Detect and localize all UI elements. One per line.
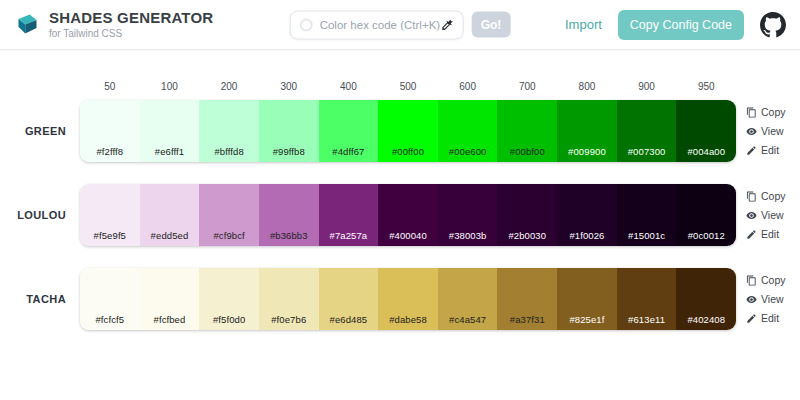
swatch-loulou-900[interactable]: #15001c (617, 184, 677, 246)
row-actions: CopyViewEdit (736, 106, 800, 157)
action-label: Copy (761, 106, 786, 119)
copy-button[interactable]: Copy (746, 106, 800, 119)
swatch-tacha-800[interactable]: #825e1f (557, 268, 617, 330)
palette-rows: GREEN #f2fff8#e6fff1#bfffd8#99ffb8#4dff6… (0, 100, 800, 330)
eyedropper-icon[interactable] (441, 18, 454, 31)
swatch-tacha-600[interactable]: #c4a547 (438, 268, 498, 330)
palette-strip: #fcfcf5#fcfbed#f5f0d0#f0e7b6#e6d485#dabe… (80, 268, 736, 330)
swatch-tacha-300[interactable]: #f0e7b6 (259, 268, 319, 330)
swatch-green-100[interactable]: #e6fff1 (140, 100, 200, 162)
column-label-300: 300 (259, 81, 319, 92)
hex-label: #edd5ed (140, 230, 200, 241)
swatch-green-700[interactable]: #00bf00 (497, 100, 557, 162)
app-logo-icon (14, 11, 41, 38)
swatch-loulou-800[interactable]: #1f0026 (557, 184, 617, 246)
hex-label: #f5e9f5 (80, 230, 140, 241)
action-label: View (761, 125, 784, 138)
copy-button[interactable]: Copy (746, 274, 800, 287)
swatch-loulou-500[interactable]: #400040 (378, 184, 438, 246)
swatch-loulou-400[interactable]: #7a257a (319, 184, 379, 246)
hex-label: #38003b (438, 230, 498, 241)
palette-row: LOULOU #f5e9f5#edd5ed#cf9bcf#b36bb3#7a25… (0, 184, 800, 246)
swatch-loulou-100[interactable]: #edd5ed (140, 184, 200, 246)
hex-label: #00ff00 (378, 146, 438, 157)
palette-name: GREEN (0, 125, 80, 137)
swatch-green-900[interactable]: #007300 (617, 100, 677, 162)
swatch-green-200[interactable]: #bfffd8 (199, 100, 259, 162)
search-box[interactable] (290, 10, 464, 39)
edit-button[interactable]: Edit (746, 228, 800, 241)
pencil-icon (746, 313, 757, 324)
swatch-loulou-700[interactable]: #2b0030 (497, 184, 557, 246)
view-button[interactable]: View (746, 293, 800, 306)
hex-label: #c4a547 (438, 314, 498, 325)
edit-button[interactable]: Edit (746, 312, 800, 325)
pencil-icon (746, 145, 757, 156)
action-label: View (761, 293, 784, 306)
swatch-green-600[interactable]: #00e600 (438, 100, 498, 162)
swatch-tacha-950[interactable]: #402408 (676, 268, 736, 330)
palette-row: TACHA #fcfcf5#fcfbed#f5f0d0#f0e7b6#e6d48… (0, 268, 800, 330)
column-label-900: 900 (617, 81, 677, 92)
hex-label: #613e11 (617, 314, 677, 325)
hex-label: #2b0030 (497, 230, 557, 241)
swatch-loulou-950[interactable]: #0c0012 (676, 184, 736, 246)
action-label: Edit (761, 144, 779, 157)
swatch-tacha-50[interactable]: #fcfcf5 (80, 268, 140, 330)
hex-label: #00e600 (438, 146, 498, 157)
hex-label: #dabe58 (378, 314, 438, 325)
swatch-green-50[interactable]: #f2fff8 (80, 100, 140, 162)
hex-label: #bfffd8 (199, 146, 259, 157)
hex-label: #f2fff8 (80, 146, 140, 157)
swatch-tacha-700[interactable]: #a37f31 (497, 268, 557, 330)
swatch-tacha-400[interactable]: #e6d485 (319, 268, 379, 330)
column-label-500: 500 (378, 81, 438, 92)
hex-label: #402408 (676, 314, 736, 325)
view-button[interactable]: View (746, 125, 800, 138)
eye-icon (746, 126, 757, 137)
palette-strip: #f2fff8#e6fff1#bfffd8#99ffb8#4dff67#00ff… (80, 100, 736, 162)
search-group: Go! (290, 10, 511, 39)
header-right: Import Copy Config Code (565, 10, 786, 40)
action-label: Edit (761, 228, 779, 241)
swatch-green-300[interactable]: #99ffb8 (259, 100, 319, 162)
swatch-green-800[interactable]: #009900 (557, 100, 617, 162)
swatch-green-500[interactable]: #00ff00 (378, 100, 438, 162)
hex-label: #fcfcf5 (80, 314, 140, 325)
import-link[interactable]: Import (565, 17, 602, 32)
app-title: SHADES GENERATOR (49, 10, 213, 27)
column-label-400: 400 (319, 81, 379, 92)
swatch-green-950[interactable]: #004a00 (676, 100, 736, 162)
action-label: Copy (761, 274, 786, 287)
github-icon[interactable] (760, 12, 786, 38)
swatch-loulou-300[interactable]: #b36bb3 (259, 184, 319, 246)
copy-config-code-button[interactable]: Copy Config Code (618, 10, 744, 40)
go-button[interactable]: Go! (472, 12, 511, 38)
hex-code-input[interactable] (320, 19, 441, 31)
hex-label: #825e1f (557, 314, 617, 325)
swatch-tacha-900[interactable]: #613e11 (617, 268, 677, 330)
swatch-loulou-50[interactable]: #f5e9f5 (80, 184, 140, 246)
swatch-tacha-200[interactable]: #f5f0d0 (199, 268, 259, 330)
swatch-tacha-500[interactable]: #dabe58 (378, 268, 438, 330)
hex-label: #cf9bcf (199, 230, 259, 241)
swatch-loulou-200[interactable]: #cf9bcf (199, 184, 259, 246)
column-label-950: 950 (676, 81, 736, 92)
copy-button[interactable]: Copy (746, 190, 800, 203)
hex-label: #009900 (557, 146, 617, 157)
swatch-loulou-600[interactable]: #38003b (438, 184, 498, 246)
row-actions: CopyViewEdit (736, 274, 800, 325)
column-headers: 50100200300400500600700800900950 (80, 81, 736, 92)
swatch-tacha-100[interactable]: #fcfbed (140, 268, 200, 330)
edit-button[interactable]: Edit (746, 144, 800, 157)
brand: SHADES GENERATOR for Tailwind CSS (14, 10, 213, 39)
view-button[interactable]: View (746, 209, 800, 222)
hex-label: #004a00 (676, 146, 736, 157)
hex-label: #1f0026 (557, 230, 617, 241)
column-label-800: 800 (557, 81, 617, 92)
hex-label: #0c0012 (676, 230, 736, 241)
column-headers-row: 50100200300400500600700800900950 (0, 78, 800, 94)
swatch-green-400[interactable]: #4dff67 (319, 100, 379, 162)
column-label-200: 200 (199, 81, 259, 92)
column-label-100: 100 (140, 81, 200, 92)
